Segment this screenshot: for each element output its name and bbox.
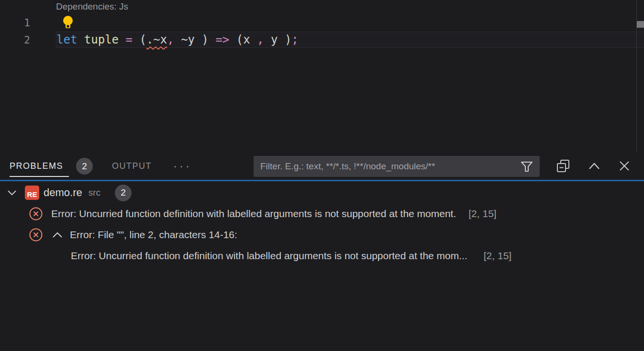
code-token: ;: [291, 33, 298, 46]
code-token: [209, 33, 215, 46]
filter-icon: [520, 160, 533, 173]
code-token: y ): [264, 33, 292, 46]
code-token: (x: [229, 33, 257, 46]
line-number-2: 2: [0, 34, 30, 46]
problem-message: Error: Uncurried function definition wit…: [51, 208, 456, 219]
file-problem-count-badge: 2: [115, 185, 132, 201]
reason-file-icon: RE: [25, 186, 39, 200]
code-token: ,: [257, 33, 264, 46]
problem-message: Error: Uncurried function definition wit…: [71, 250, 467, 262]
code-token: =: [126, 33, 133, 46]
chevron-down-icon[interactable]: [7, 189, 17, 196]
problem-message: Error: File "", line 2, characters 14-16…: [70, 229, 237, 241]
codelens-link[interactable]: Dependencies: Js: [56, 1, 128, 12]
vscode-window: Dependencies: Js 1 2 let tuple = (.~x, ~…: [0, 0, 644, 351]
code-token: let: [56, 33, 77, 46]
code-token: [77, 33, 84, 46]
problems-count-badge: 2: [76, 158, 93, 175]
problem-row[interactable]: Error: Uncurried function definition wit…: [0, 203, 644, 224]
line-number-1: 1: [0, 17, 30, 29]
error-icon: [29, 207, 43, 221]
panel-header: PROBLEMS 2 OUTPUT ···: [0, 152, 644, 181]
code-token: [133, 33, 139, 46]
code-line-2[interactable]: let tuple = (.~x, ~y ) => (x , y );: [56, 32, 299, 48]
code-editor[interactable]: Dependencies: Js 1 2 let tuple = (.~x, ~…: [0, 0, 644, 152]
code-token: ~y ): [174, 33, 209, 46]
more-tabs-button[interactable]: ···: [173, 152, 192, 180]
active-tab-underline: [10, 176, 69, 177]
chevron-up-icon[interactable]: [52, 231, 63, 239]
problems-filter-input[interactable]: [254, 161, 520, 172]
scrollbar-slider[interactable]: [637, 21, 644, 28]
code-token-error-squiggle: .~x: [146, 33, 167, 46]
tab-output[interactable]: OUTPUT: [112, 152, 152, 180]
problem-detail-row[interactable]: Error: Uncurried function definition wit…: [0, 245, 644, 266]
problems-file-row[interactable]: RE demo.re src 2: [0, 182, 644, 203]
panel-actions: [556, 152, 630, 180]
problem-location: [2, 15]: [484, 250, 511, 262]
lightbulb-icon[interactable]: [62, 15, 74, 30]
file-path: src: [89, 187, 100, 198]
file-name: demo.re: [44, 186, 82, 199]
collapse-all-icon[interactable]: [556, 159, 570, 173]
close-panel-icon[interactable]: [619, 160, 630, 172]
error-icon: [29, 228, 43, 242]
problems-filter: [254, 156, 540, 177]
maximize-panel-icon[interactable]: [588, 162, 600, 170]
code-token: =>: [215, 33, 229, 46]
code-token: tuple: [84, 33, 119, 46]
code-token: [119, 33, 125, 46]
code-token: ,: [167, 33, 174, 46]
problem-location: [2, 15]: [468, 208, 496, 219]
problem-row[interactable]: Error: File "", line 2, characters 14-16…: [0, 224, 644, 245]
code-token: (: [139, 33, 146, 46]
